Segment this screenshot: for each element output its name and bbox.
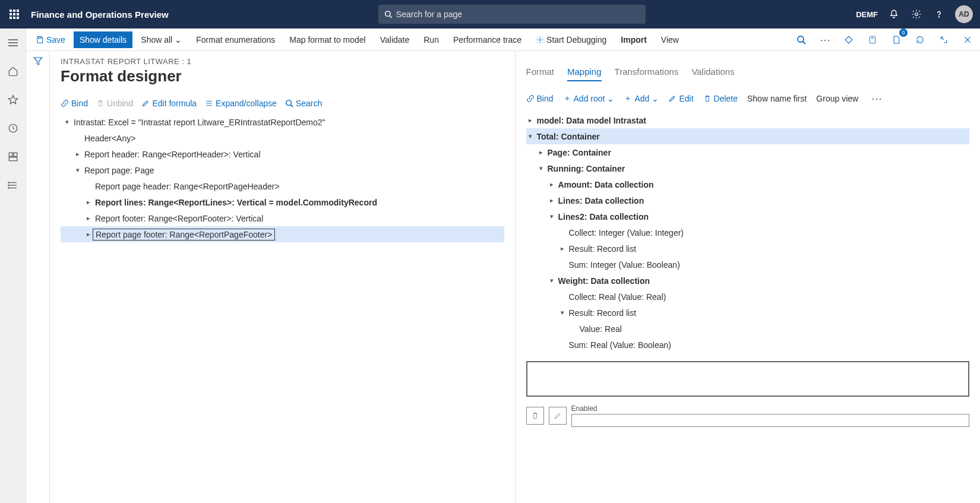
- edit-formula-btn2[interactable]: [549, 407, 567, 425]
- format-enumerations-button[interactable]: Format enumerations: [190, 31, 281, 48]
- ds-row[interactable]: ▾Weight: Data collection: [526, 273, 970, 289]
- user-avatar[interactable]: AD: [955, 5, 973, 23]
- run-button[interactable]: Run: [418, 31, 445, 48]
- star-icon[interactable]: [5, 91, 21, 108]
- tree-row[interactable]: ▸Report lines: Range<ReportLines>: Verti…: [61, 194, 504, 210]
- popout-icon[interactable]: [935, 31, 953, 49]
- ds-row[interactable]: ▸Amount: Data collection: [526, 176, 970, 192]
- add-root-button[interactable]: ＋Add root ⌄: [563, 93, 615, 104]
- ds-overflow-icon[interactable]: ⋯: [868, 92, 886, 105]
- edit-button[interactable]: Edit: [668, 94, 693, 103]
- unbind-button: Unbind: [96, 99, 133, 108]
- ds-row[interactable]: Value: Real: [526, 321, 970, 337]
- tree-chevron-icon[interactable]: ▾: [548, 277, 556, 284]
- expression-input[interactable]: [526, 361, 970, 397]
- tree-row[interactable]: ▸Report footer: Range<ReportFooter>: Ver…: [61, 210, 504, 226]
- expand-collapse-button[interactable]: Expand/collapse: [205, 99, 277, 108]
- splitter-handle[interactable]: ‖: [515, 273, 516, 281]
- tree-chevron-icon[interactable]: ▾: [548, 213, 556, 220]
- workspace-icon[interactable]: [5, 148, 21, 165]
- ds-row[interactable]: ▸model: Data model Intrastat: [526, 112, 970, 128]
- ds-row[interactable]: ▸Page: Container: [526, 144, 970, 160]
- tree-chevron-icon[interactable]: ▸: [84, 230, 93, 238]
- close-icon[interactable]: [959, 31, 976, 49]
- tree-chevron-icon[interactable]: ▾: [74, 166, 82, 174]
- refresh-icon[interactable]: [911, 31, 929, 49]
- svg-rect-8: [17, 17, 19, 19]
- ds-row[interactable]: Sum: Real (Value: Boolean): [526, 337, 970, 353]
- company-code[interactable]: DEMF: [856, 10, 878, 19]
- tree-chevron-icon[interactable]: ▸: [74, 150, 82, 158]
- tree-chevron-icon[interactable]: ▾: [537, 164, 545, 172]
- tree-chevron-icon[interactable]: ▸: [537, 148, 545, 156]
- home-icon[interactable]: [5, 63, 21, 80]
- tree-chevron-icon[interactable]: ▸: [558, 245, 567, 252]
- recent-icon[interactable]: [5, 120, 21, 137]
- svg-point-11: [915, 13, 918, 16]
- save-button[interactable]: Save: [30, 31, 71, 48]
- ds-row[interactable]: ▾Total: Container: [526, 128, 970, 144]
- overflow-icon[interactable]: ⋯: [816, 33, 834, 46]
- notification-icon[interactable]: [887, 8, 900, 21]
- filter-icon[interactable]: [33, 56, 43, 503]
- ds-row[interactable]: Collect: Real (Value: Real): [526, 289, 970, 305]
- ds-row[interactable]: ▾Running: Container: [526, 160, 970, 176]
- tree-row[interactable]: ▾Intrastat: Excel = "Intrastat report Li…: [61, 114, 504, 130]
- office-icon[interactable]: [864, 31, 881, 49]
- attach-icon[interactable]: 0: [887, 31, 905, 49]
- ds-row[interactable]: ▾Result: Record list: [526, 305, 970, 321]
- global-search-input[interactable]: [396, 10, 640, 19]
- tab-transformations[interactable]: Transformations: [615, 67, 679, 81]
- tab-format[interactable]: Format: [526, 67, 555, 81]
- tab-validations[interactable]: Validations: [691, 67, 734, 81]
- bind-button[interactable]: Bind: [61, 99, 88, 108]
- tree-chevron-icon[interactable]: ▾: [63, 118, 71, 126]
- ds-row[interactable]: ▸Lines: Data collection: [526, 192, 970, 208]
- tree-chevron-icon[interactable]: ▸: [548, 197, 556, 204]
- ds-row[interactable]: ▾Lines2: Data collection: [526, 208, 970, 224]
- settings-icon[interactable]: [910, 8, 923, 21]
- validate-button[interactable]: Validate: [374, 31, 416, 48]
- performance-trace-button[interactable]: Performance trace: [447, 31, 527, 48]
- delete-formula-button[interactable]: [526, 407, 544, 425]
- tree-row[interactable]: ▸Report header: Range<ReportHeader>: Ver…: [61, 146, 504, 162]
- tree-row[interactable]: Header<Any>: [61, 130, 504, 146]
- show-name-first-button[interactable]: Show name first: [747, 94, 807, 103]
- tree-chevron-icon[interactable]: ▾: [526, 132, 535, 140]
- show-details-button[interactable]: Show details: [74, 31, 132, 48]
- show-all-button[interactable]: Show all ⌄: [135, 31, 188, 48]
- tree-chevron-icon[interactable]: ▸: [526, 116, 535, 124]
- waffle-icon[interactable]: [0, 0, 29, 29]
- tree-row[interactable]: Report page header: Range<ReportPageHead…: [61, 178, 504, 194]
- ds-bind-button[interactable]: Bind: [526, 94, 554, 103]
- map-format-button[interactable]: Map format to model: [283, 31, 371, 48]
- add-button[interactable]: ＋Add ⌄: [624, 93, 659, 104]
- view-button[interactable]: View: [655, 31, 685, 48]
- tree-chevron-icon[interactable]: ▸: [548, 181, 556, 188]
- tree-chevron-icon[interactable]: ▸: [84, 214, 93, 222]
- trash-icon: [96, 99, 105, 107]
- hamburger-icon[interactable]: [5, 34, 21, 51]
- help-icon[interactable]: [932, 8, 946, 21]
- ds-row[interactable]: ▸Result: Record list: [526, 241, 970, 257]
- tab-mapping[interactable]: Mapping: [567, 67, 602, 81]
- global-search[interactable]: [378, 5, 646, 24]
- tree-row[interactable]: ▾Report page: Page: [61, 162, 504, 178]
- import-button[interactable]: Import: [615, 31, 653, 48]
- tree-chevron-icon[interactable]: ▾: [558, 309, 567, 317]
- modules-icon[interactable]: [5, 177, 21, 194]
- ds-row[interactable]: Sum: Integer (Value: Boolean): [526, 257, 970, 273]
- cmd-search-icon[interactable]: [792, 31, 810, 49]
- group-view-button[interactable]: Group view: [816, 94, 858, 103]
- search-button[interactable]: Search: [285, 99, 322, 108]
- edit-formula-button[interactable]: Edit formula: [141, 99, 197, 108]
- tree-row[interactable]: ▸Report page footer: Range<ReportPageFoo…: [61, 226, 504, 242]
- start-debugging-button[interactable]: Start Debugging: [530, 31, 612, 48]
- ds-label: Result: Record list: [567, 308, 637, 318]
- ds-row[interactable]: Collect: Integer (Value: Integer): [526, 224, 970, 241]
- delete-button[interactable]: Delete: [703, 94, 738, 103]
- pencil-icon: [554, 412, 562, 420]
- diamond-icon[interactable]: [840, 31, 858, 49]
- enabled-input[interactable]: [571, 414, 970, 427]
- tree-chevron-icon[interactable]: ▸: [84, 198, 93, 206]
